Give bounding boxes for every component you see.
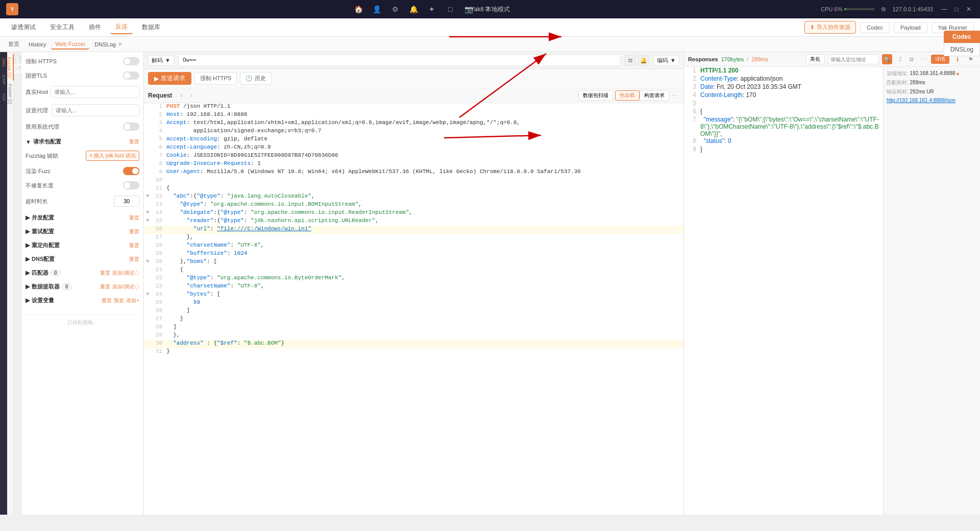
dnslog-floating-btn[interactable]: DNSLog xyxy=(944,43,980,56)
disable-proxy-toggle[interactable] xyxy=(123,123,139,131)
encode-clear-btn[interactable]: 🔔 xyxy=(638,55,649,66)
decode-select[interactable]: 解码 ▼ xyxy=(148,55,174,66)
request-config-actions: 重置 xyxy=(129,138,139,146)
real-host-row: 真实Host xyxy=(26,85,139,99)
page-tab-home[interactable]: 首页 xyxy=(4,39,23,50)
proxy-input[interactable] xyxy=(52,104,139,116)
no-repeat-toggle[interactable] xyxy=(123,181,139,189)
resp-share-btn[interactable]: ⤴ xyxy=(895,54,905,64)
redirect-header[interactable]: ▶ 重定向配置 重置 xyxy=(26,239,139,251)
fold-icon-14[interactable]: ▼ xyxy=(146,209,152,218)
fuzztag-insert-btn[interactable]: + 插入 yak.fuzz 语法 xyxy=(86,151,139,161)
page-tab-dnslog[interactable]: DNSLog ✕ xyxy=(90,40,126,49)
resp-more-btn[interactable]: ⋯ xyxy=(918,54,928,64)
encode-select[interactable]: 编码 ▼ xyxy=(653,55,679,66)
fold-icon-15[interactable]: ▼ xyxy=(146,218,152,226)
response-panel: Responses 170bytes / 288ms 美化 🔍 ⤴ ⧉ ⋯ 详情… xyxy=(684,52,980,515)
gm-tls-toggle[interactable] xyxy=(123,71,139,80)
data-scan-btn[interactable]: 数据包扫描 xyxy=(578,90,613,101)
wf-tab-item-1[interactable]: 📄 xyxy=(14,54,22,64)
retry-header[interactable]: ▶ 重试配置 重置 xyxy=(26,226,139,237)
file-icon: 📄 xyxy=(15,56,21,62)
timeout-input[interactable] xyxy=(114,196,139,207)
codec-nav-btn[interactable]: Codec xyxy=(860,22,890,33)
forced-https-toggle[interactable] xyxy=(123,57,139,65)
addr-input[interactable] xyxy=(828,54,879,64)
request-config-header[interactable]: ▼ 请求包配置 重置 xyxy=(26,136,139,148)
construct-btn[interactable]: 构造请求 xyxy=(640,90,669,101)
matcher-header[interactable]: ▶ 匹配器 0 重置 添加/调试◇ xyxy=(26,267,139,279)
request-code-editor[interactable]: 1 POST /json HTTP/1.1 2 Host: 192.168.16… xyxy=(144,103,683,515)
fold-icon-12[interactable]: ▼ xyxy=(146,193,152,201)
extractor-header[interactable]: ▶ 数据提取器 0 重置 添加/调试◇ xyxy=(26,281,139,293)
dns-reset[interactable]: 重置 xyxy=(129,256,139,263)
fuzz-dye-label: 渲染 Fuzz xyxy=(26,167,51,175)
extractor-reset[interactable]: 重置 xyxy=(100,283,110,291)
fold-icon-24[interactable]: ▼ xyxy=(146,291,152,299)
maximize-btn[interactable]: □ xyxy=(951,4,962,14)
vars-reset[interactable]: 重置 xyxy=(102,297,112,304)
matcher-add[interactable]: 添加/调试◇ xyxy=(112,270,139,277)
matcher-reset[interactable]: 重置 xyxy=(100,270,110,277)
fuzz-dye-toggle[interactable] xyxy=(123,167,139,175)
extractor-add[interactable]: 添加/调试◇ xyxy=(112,283,139,291)
close-btn[interactable]: ✕ xyxy=(964,4,974,14)
response-time: 288ms xyxy=(751,56,768,62)
minimize-btn[interactable]: — xyxy=(939,4,949,14)
request-config-reset[interactable]: 重置 xyxy=(129,138,139,146)
dns-header[interactable]: ▶ DNS配置 重置 xyxy=(26,253,139,265)
sidebar-tcp-icon[interactable]: TCP xyxy=(1,89,7,105)
nav-screen[interactable]: □ xyxy=(443,2,457,16)
page-tab-webfuzzer[interactable]: Web Fuzzer xyxy=(51,39,89,50)
concurrent-reset[interactable]: 重置 xyxy=(129,214,139,222)
req-prev-btn[interactable]: ‹ xyxy=(176,90,186,101)
wf-tab-item-2[interactable]: 📄 xyxy=(14,64,22,74)
payload-nav-btn[interactable]: Payload xyxy=(894,22,927,33)
fold-icon-1[interactable] xyxy=(146,103,152,111)
sec-nav-pentest[interactable]: 渗透测试 xyxy=(6,21,41,34)
page-tab-history[interactable]: History xyxy=(24,40,50,49)
beautify-btn[interactable]: 美化 xyxy=(805,54,825,64)
fold-icon-20[interactable]: ▼ xyxy=(146,258,152,267)
resp-copy-btn[interactable]: ⧉ xyxy=(906,54,917,64)
decode-content[interactable]: Ow== xyxy=(178,54,621,66)
code-line-4: 4 application/signed-exchange;v=b3;q=0.7 xyxy=(144,128,683,136)
real-host-input[interactable] xyxy=(51,86,139,98)
sec-nav-database[interactable]: 数据库 xyxy=(137,21,165,34)
fuzzer-tab-1[interactable]: Fuzzer [1] xyxy=(7,54,14,81)
resp-search-btn[interactable]: 🔍 xyxy=(882,54,892,64)
sidebar-icmp-icon[interactable]: ICMP xyxy=(1,71,7,88)
req-next-btn[interactable]: › xyxy=(186,90,197,101)
req-more-btn[interactable]: ⋯ xyxy=(669,90,679,101)
force-https-btn[interactable]: 强制 HTTPS xyxy=(194,72,237,85)
encode-copy-btn[interactable]: ⧉ xyxy=(625,55,636,66)
vars-header[interactable]: ▶ 设置变量 重置 预览 添加+ xyxy=(26,295,139,306)
dnslog-close-icon[interactable]: ✕ xyxy=(118,41,122,47)
response-code-area[interactable]: 1 HTTP/1.1 200 2 Content-Type: applicati… xyxy=(684,67,883,515)
send-request-btn[interactable]: ▶ 发送请求 xyxy=(148,72,191,85)
redirect-reset[interactable]: 重置 xyxy=(129,242,139,249)
vars-preview[interactable]: 预览 xyxy=(114,297,124,304)
sidebar-dns-icon[interactable]: DNS xyxy=(1,54,7,70)
history-btn[interactable]: 🕐 历史 xyxy=(240,72,272,85)
sec-nav-security[interactable]: 安全工具 xyxy=(45,21,80,34)
code-line-29: 29 }, xyxy=(144,332,683,340)
sec-nav-reverse[interactable]: 反连 xyxy=(110,20,133,34)
hot-add-btn[interactable]: 热加载 xyxy=(615,90,640,101)
import-resource-btn[interactable]: ⬆ 导入协作资源 xyxy=(804,21,856,34)
nav-bell[interactable]: 🔔 xyxy=(406,2,421,16)
sec-nav-plugin[interactable]: 插件 xyxy=(84,21,106,34)
retry-reset[interactable]: 重置 xyxy=(129,228,139,235)
http-link[interactable]: http://192.168.161.4:8888/json xyxy=(887,98,955,103)
nav-settings[interactable]: ⚙ xyxy=(388,2,402,16)
nav-person[interactable]: 👤 xyxy=(370,2,384,16)
disable-proxy-row: 禁用系统代理 xyxy=(26,122,139,132)
fuzzer-tab-2[interactable]: Fuzzer [2] xyxy=(7,81,14,107)
vars-add[interactable]: 添加+ xyxy=(126,297,139,304)
nav-home[interactable]: 🏠 xyxy=(351,2,365,16)
nav-plugin[interactable]: ✦ xyxy=(425,2,439,16)
code-line-9: 9 User-Agent: Mozilla/5.0 (Windows NT 10… xyxy=(144,168,683,177)
concurrent-header[interactable]: ▶ 并发配置 重置 xyxy=(26,212,139,224)
codec-floating-btn[interactable]: Codec xyxy=(944,31,980,43)
code-line-10: 10 xyxy=(144,177,683,185)
